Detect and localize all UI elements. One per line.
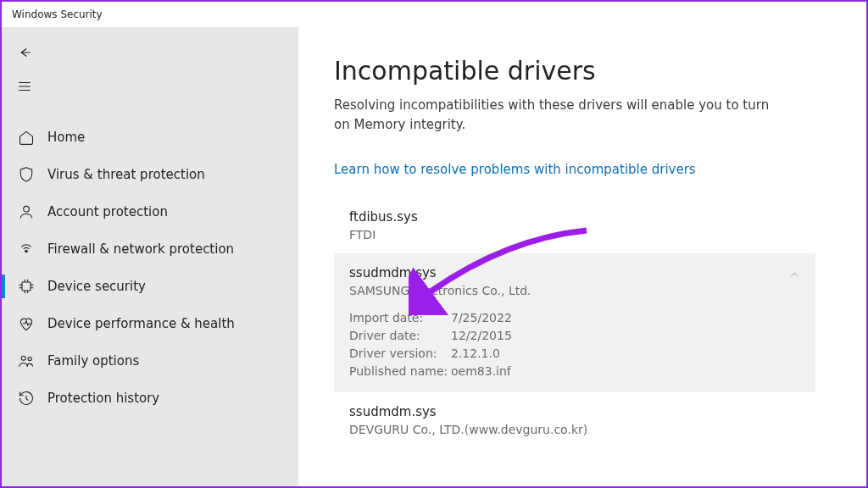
svg-point-4 (28, 357, 31, 360)
page-subtitle: Resolving incompatibilities with these d… (334, 96, 775, 134)
hamburger-icon (17, 79, 32, 94)
back-button[interactable] (2, 36, 42, 69)
detail-label: Import date: (349, 309, 451, 327)
detail-value: 12/2/2015 (451, 327, 512, 345)
arrow-left-icon (17, 45, 32, 60)
driver-file-name: ssudmdm.sys (349, 404, 800, 419)
heart-icon (17, 314, 36, 333)
shield-icon (17, 165, 36, 184)
home-icon (17, 128, 36, 147)
svg-point-3 (21, 356, 25, 360)
page-title: Incompatible drivers (334, 56, 815, 86)
sidebar-item-label: Account protection (47, 204, 168, 219)
history-icon (17, 389, 36, 408)
detail-value: oem83.inf (451, 363, 511, 380)
sidebar-item-device-security[interactable]: Device security (2, 268, 298, 305)
menu-button[interactable] (2, 69, 42, 103)
driver-card[interactable]: ssudmdm.sys DEVGURU Co., LTD.(www.devgur… (334, 392, 815, 448)
antenna-icon (17, 240, 36, 258)
sidebar-item-label: Virus & threat protection (47, 167, 205, 182)
driver-vendor: FTDI (349, 228, 800, 241)
sidebar-item-label: Device security (47, 279, 146, 294)
sidebar-item-label: Firewall & network protection (47, 241, 234, 257)
detail-label: Driver version: (349, 345, 451, 363)
sidebar-item-history[interactable]: Protection history (2, 380, 298, 417)
help-link[interactable]: Learn how to resolve problems with incom… (334, 162, 696, 177)
collapse-button[interactable] (788, 269, 800, 284)
driver-file-name: ssudmdm.sys (349, 265, 800, 280)
svg-rect-2 (22, 282, 31, 291)
sidebar-item-account[interactable]: Account protection (2, 193, 298, 230)
driver-vendor: DEVGURU Co., LTD.(www.devguru.co.kr) (349, 423, 800, 436)
sidebar-item-home[interactable]: Home (2, 119, 298, 156)
account-icon (17, 202, 36, 221)
detail-value: 2.12.1.0 (451, 345, 500, 363)
window-titlebar: Windows Security (2, 2, 866, 27)
detail-value: 7/25/2022 (451, 309, 512, 327)
driver-card-expanded[interactable]: ssudmdm.sys SAMSUNG Electronics Co., Ltd… (334, 253, 815, 392)
window-title: Windows Security (12, 8, 103, 20)
driver-details: Import date:7/25/2022 Driver date:12/2/2… (349, 309, 800, 380)
family-icon (17, 352, 36, 370)
detail-label: Published name: (349, 363, 451, 380)
sidebar-item-label: Device performance & health (47, 316, 235, 331)
svg-point-0 (24, 206, 30, 212)
sidebar-item-label: Family options (47, 353, 139, 369)
sidebar-item-label: Home (47, 130, 85, 145)
driver-vendor: SAMSUNG Electronics Co., Ltd. (349, 284, 800, 297)
sidebar-item-virus[interactable]: Virus & threat protection (2, 156, 298, 193)
sidebar-item-label: Protection history (47, 391, 159, 406)
main-content: Incompatible drivers Resolving incompati… (298, 27, 866, 486)
driver-file-name: ftdibus.sys (349, 209, 800, 225)
sidebar: Home Virus & threat protection Account p… (2, 27, 298, 486)
chip-icon (17, 277, 36, 296)
sidebar-item-family[interactable]: Family options (2, 342, 298, 380)
detail-label: Driver date: (349, 327, 451, 345)
chevron-up-icon (788, 269, 800, 280)
driver-card[interactable]: ftdibus.sys FTDI (334, 197, 815, 253)
svg-point-1 (25, 250, 28, 252)
sidebar-item-performance[interactable]: Device performance & health (2, 305, 298, 342)
sidebar-item-firewall[interactable]: Firewall & network protection (2, 230, 298, 268)
